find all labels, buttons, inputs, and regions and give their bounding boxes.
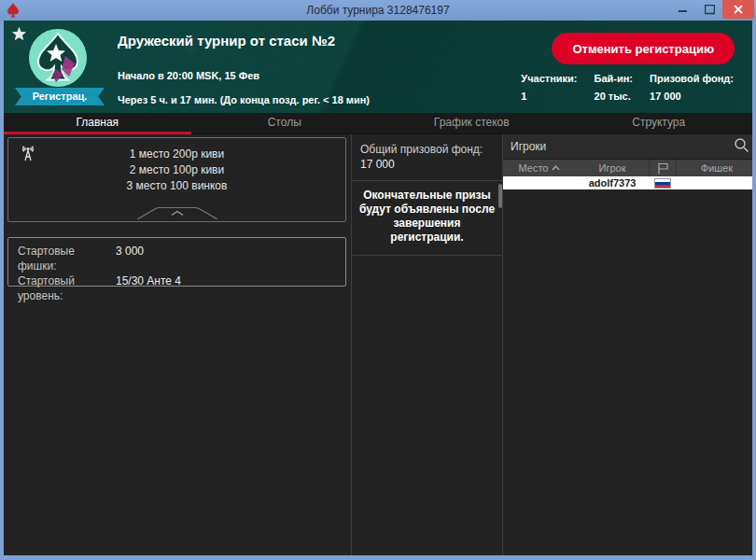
column-chips[interactable]: Фишек (677, 162, 752, 174)
close-button[interactable] (722, 0, 754, 19)
prize-pool-section: Общий призовой фонд: 17 000 (352, 134, 502, 181)
lobby-tabs: Главная Столы График стеков Структура (4, 113, 752, 134)
stat-label: Участники: (521, 73, 577, 84)
announcement-line: 2 место 100р киви (8, 162, 345, 178)
flag-icon (657, 162, 669, 175)
stat-participants: Участники: 1 (521, 73, 577, 102)
starting-chips-label: Стартовые фишки: (18, 244, 116, 273)
flag-russia-icon (654, 178, 671, 189)
announcement-line: 1 место 200р киви (8, 147, 345, 162)
stat-value: 20 тыс. (595, 91, 634, 102)
stat-value: 1 (521, 91, 577, 102)
window-title: Лобби турнира 3128476197 (0, 4, 756, 17)
starting-level-row: Стартовый уровень: 15/30 Анте 4 (18, 273, 336, 303)
stat-prize-pool: Призовой фонд: 17 000 (650, 73, 734, 102)
column-player[interactable]: Игрок (576, 162, 649, 174)
player-search-input[interactable] (511, 140, 734, 153)
sort-asc-icon (552, 165, 560, 171)
stat-label: Призовой фонд: (650, 73, 734, 84)
tournament-header: Регистрац. Дружеский турнир от стаси №2 … (4, 21, 752, 113)
starting-level-value: 15/30 Анте 4 (116, 273, 181, 303)
search-icon[interactable] (734, 137, 749, 157)
player-flag-cell (649, 178, 677, 189)
prize-note: Окончательные призы будут объявлены посл… (352, 181, 502, 256)
player-search-bar (503, 134, 752, 160)
stat-value: 17 000 (650, 91, 734, 102)
tab-stack-chart[interactable]: График стеков (378, 113, 566, 133)
tab-structure[interactable]: Структура (566, 113, 753, 133)
status-badge-label: Регистрац. (15, 88, 105, 105)
pokerstars-spade-icon (6, 2, 21, 19)
status-badge: Регистрац. (15, 88, 105, 105)
tournament-lobby-window: Лобби турнира 3128476197 (0, 0, 756, 560)
starting-info-box: Стартовые фишки: 3 000 Стартовый уровень… (7, 237, 346, 287)
start-time: Начало в 20:00 MSK, 15 Фев (118, 70, 259, 81)
players-panel: Место Игрок Фишек adolf7373 (503, 134, 752, 555)
lobby-content: 1 место 200р киви 2 место 100р киви 3 ме… (4, 134, 752, 555)
tab-main[interactable]: Главная (4, 113, 191, 133)
announcement-text: 1 место 200р киви 2 место 100р киви 3 ме… (8, 147, 345, 194)
lobby-app: Регистрац. Дружеский турнир от стаси №2 … (4, 21, 752, 555)
stat-label: Бай-ин: (595, 73, 634, 84)
prize-panel-scrollbar-thumb[interactable] (498, 184, 502, 208)
player-name-cell: adolf7373 (576, 177, 649, 189)
tournament-title: Дружеский турнир от стаси №2 (118, 33, 335, 49)
collapse-announcement-handle[interactable] (135, 206, 219, 223)
column-flag[interactable] (649, 160, 677, 176)
starting-chips-row: Стартовые фишки: 3 000 (18, 244, 336, 273)
main-panel: 1 место 200р киви 2 место 100р киви 3 ме… (4, 134, 352, 555)
column-place[interactable]: Место (503, 162, 576, 174)
cancel-registration-button[interactable]: Отменить регистрацию (552, 33, 735, 64)
tab-tables[interactable]: Столы (191, 113, 379, 133)
tournament-logo-icon (28, 28, 88, 88)
countdown-text: Через 5 ч. и 17 мин. (До конца позд. рег… (118, 94, 370, 105)
prize-pool-value: 17 000 (360, 157, 494, 172)
minimize-button[interactable] (670, 0, 696, 19)
announcement-box: 1 место 200р киви 2 место 100р киви 3 ме… (7, 137, 346, 222)
announcement-line: 3 место 100 винков (8, 178, 345, 194)
titlebar[interactable]: Лобби турнира 3128476197 (0, 0, 756, 21)
prize-panel: Общий призовой фонд: 17 000 Окончательны… (352, 134, 503, 555)
stat-buyin: Бай-ин: 20 тыс. (595, 73, 634, 102)
player-row[interactable]: adolf7373 (503, 176, 752, 189)
players-table-header: Место Игрок Фишек (503, 160, 752, 176)
favorite-star-icon[interactable] (11, 26, 27, 46)
column-place-label: Место (519, 162, 549, 174)
tournament-stats: Участники: 1 Бай-ин: 20 тыс. Призовой фо… (521, 73, 734, 102)
prize-pool-label: Общий призовой фонд: (360, 142, 494, 157)
starting-chips-value: 3 000 (116, 244, 144, 273)
maximize-button[interactable] (696, 0, 722, 19)
starting-level-label: Стартовый уровень: (18, 273, 116, 303)
